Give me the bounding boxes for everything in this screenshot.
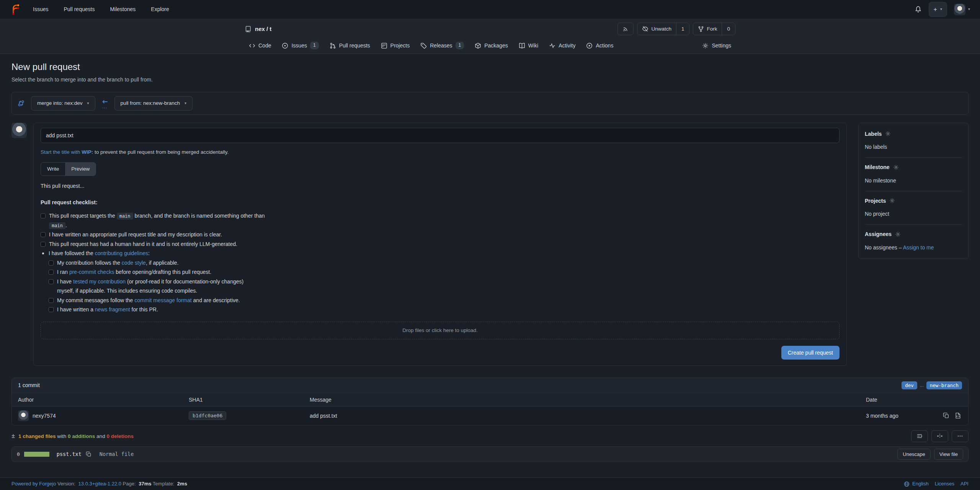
file-name[interactable]: psst.txt [57,451,82,457]
gear-icon[interactable] [893,164,899,170]
checkbox[interactable] [41,232,46,237]
commit-sha-badge[interactable]: b1dfc0ae06 [189,411,226,420]
tab-releases[interactable]: Releases1 [416,37,468,54]
checkbox[interactable] [49,270,54,275]
bullet-icon [42,252,44,254]
api-link[interactable]: API [960,480,969,488]
repo-name[interactable]: nex / t [255,25,271,33]
diff-stats-bar: ± 1 changed files with 0 additions and 0… [11,430,969,442]
checkbox[interactable] [41,213,46,218]
whitespace-options-button[interactable] [911,430,928,442]
tab-preview[interactable]: Preview [65,163,96,176]
checklist-text: branch, and the branch is named somethin… [133,213,265,219]
merge-into-dropdown[interactable]: merge into: nex:dev ▾ [31,96,95,111]
checklist-item-text: I have written an appropriate pull reque… [49,230,222,239]
gear-icon[interactable] [895,231,901,237]
pulse-icon [549,42,555,49]
diff-options-kebab-button[interactable] [952,430,969,442]
gear-icon[interactable] [889,198,895,203]
tab-wiki[interactable]: Wiki [514,37,542,54]
sidebar-section-title: Milestone [865,163,962,171]
tab-projects[interactable]: Projects [377,37,414,54]
create-pull-request-button[interactable]: Create pull request [781,346,840,360]
checklist-link[interactable]: code style [122,260,146,266]
view-file-button[interactable]: View file [934,449,963,460]
project-icon [381,42,387,49]
tab-actions[interactable]: Actions [582,37,617,54]
gear-icon [702,42,709,49]
pr-title-input[interactable] [41,128,840,143]
checklist-link[interactable]: news fragment [95,306,130,313]
checklist-link[interactable]: contributing guidelines [95,250,148,256]
sidebar-empty-label: No project [865,211,889,217]
nav-link-pull-requests[interactable]: Pull requests [64,5,95,13]
diff-stats-toggle-icon[interactable]: ± [11,433,15,440]
notifications-bell-icon[interactable] [915,6,922,13]
powered-by-link[interactable]: Powered by Forgejo [11,481,56,487]
sidebar-empty-label: No milestone [865,177,896,184]
language-selector[interactable]: English [904,480,929,488]
unwatch-button[interactable]: Unwatch 1 [637,23,689,36]
checklist-link[interactable]: tested my contribution [73,278,126,285]
create-new-button[interactable]: + ▾ [929,2,947,17]
checklist-item-text: I ran pre-commit checks before opening/d… [57,267,211,277]
checklist-link[interactable]: commit message format [134,297,191,303]
swap-branches-button[interactable]: ... [101,98,108,108]
tab-packages[interactable]: Packages [470,37,512,54]
footer: Powered by Forgejo Version: 13.0.3+gitea… [0,477,980,490]
tab-write[interactable]: Write [41,163,65,176]
checkbox[interactable] [49,260,54,265]
rss-button[interactable] [617,23,634,36]
sidebar-section-labels: LabelsNo labels [865,124,962,158]
forgejo-logo-icon[interactable] [10,4,21,15]
user-menu[interactable]: ▾ [954,4,970,15]
main-content: New pull request Select the branch to me… [0,54,980,477]
fork-count[interactable]: 0 [722,23,735,35]
sidebar-section-projects: ProjectsNo project [865,191,962,225]
licenses-link[interactable]: Licenses [935,480,954,488]
view-file-at-commit-icon[interactable] [955,412,961,419]
copy-sha-icon[interactable] [943,412,949,419]
nav-link-explore[interactable]: Explore [151,5,169,13]
sidebar-empty-text: No project [865,210,962,218]
pull-from-dropdown[interactable]: pull from: nex:new-branch ▾ [114,96,193,111]
checklist-item-text: This pull request targets the main branc… [49,211,265,230]
checklist-text: I have followed the [49,250,95,256]
checklist-link[interactable]: pre-commit checks [69,269,114,275]
checklist-text: This pull request targets the [49,213,117,219]
copy-filename-icon[interactable] [86,451,91,457]
tab-code[interactable]: Code [245,37,275,54]
tab-label: Code [258,42,271,49]
tab-settings[interactable]: Settings [698,37,735,54]
tab-activity[interactable]: Activity [545,37,580,54]
gear-icon[interactable] [885,131,891,137]
checkbox[interactable] [49,298,54,303]
sidebar-empty-label: No assignees – [865,244,903,251]
checklist-item-text: I have followed the contributing guideli… [49,249,150,258]
wip-link[interactable]: Start the title with WIP: [41,149,93,155]
checkbox[interactable] [41,242,46,247]
head-branch-badge[interactable]: new-branch [926,381,962,389]
checkbox[interactable] [49,279,54,284]
assign-to-me-link[interactable]: Assign to me [903,244,934,251]
inline-code: main [49,222,65,229]
page-title: New pull request [11,60,969,74]
watch-count[interactable]: 1 [676,23,689,35]
commit-message[interactable]: add psst.txt [310,412,866,420]
tab-pull-requests[interactable]: Pull requests [325,37,374,54]
checkbox[interactable] [49,307,54,312]
unescape-button[interactable]: Unescape [897,449,931,460]
version-link[interactable]: 13.0.3+gitea-1.22.0 [78,481,121,487]
commit-author[interactable]: nexy7574 [33,412,56,420]
checklist-text: and are descriptive. [192,297,240,303]
base-branch-badge[interactable]: dev [902,381,917,389]
fork-button[interactable]: Fork 0 [693,23,735,36]
file-dropzone[interactable]: Drop files or click here to upload. [41,322,840,339]
chevron-down-icon: ▾ [185,101,186,106]
nav-link-issues[interactable]: Issues [33,5,48,13]
tab-issues[interactable]: Issues1 [278,37,323,54]
checklist-item-text: I have tested my contribution (or proof-… [57,277,243,296]
sidebar-title-label: Projects [865,197,886,205]
split-view-button[interactable] [931,430,948,442]
nav-link-milestones[interactable]: Milestones [110,5,136,13]
